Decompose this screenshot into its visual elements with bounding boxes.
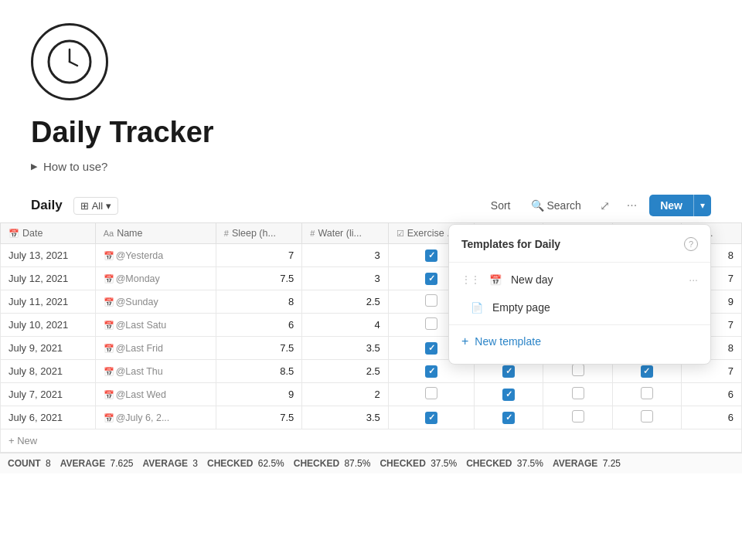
template-more-icon[interactable]: ··· (689, 273, 698, 286)
search-label: Search (547, 199, 581, 212)
checked3-value: 37.5% (431, 458, 457, 469)
checkbox-empty[interactable] (572, 364, 584, 376)
dropdown-title: Templates for Daily (461, 238, 560, 250)
divider-2 (449, 324, 710, 325)
cell-sleep: 6 (216, 314, 302, 337)
checked3-stat: CHECKED 37.5% (380, 458, 466, 469)
checkbox-empty[interactable] (641, 410, 653, 423)
avg1-stat: AVERAGE 7.625 (60, 458, 143, 469)
cell-sleep: 9 (216, 383, 302, 406)
checkbox-checked[interactable] (502, 365, 515, 378)
cell-sleep: 7.5 (216, 267, 302, 290)
footer-stats: COUNT 8 AVERAGE 7.625 AVERAGE 3 CHECKED … (0, 453, 742, 473)
cell-date: July 10, 2021 (1, 314, 96, 337)
checkbox-checked[interactable] (502, 412, 515, 424)
col-header-water[interactable]: #Water (li... (302, 223, 389, 244)
col-header-date[interactable]: 📅Date (1, 223, 96, 244)
cell-date: July 13, 2021 (1, 244, 96, 267)
count-value: 8 (46, 458, 51, 469)
cell-water: 2.5 (302, 290, 389, 314)
cell-water: 3.5 (302, 406, 389, 429)
table-row[interactable]: July 7, 2021 📅@Last Wed 9 2 6 (1, 383, 742, 406)
cell-name: 📅@Last Satu (95, 314, 216, 337)
col-header-sleep[interactable]: #Sleep (h... (216, 223, 302, 244)
avg2-label: AVERAGE (143, 458, 188, 469)
how-to-label: How to use? (43, 160, 107, 173)
search-button[interactable]: 🔍 Search (525, 196, 587, 215)
page-title: Daily Tracker (31, 116, 711, 149)
grid-icon: ⊞ (80, 200, 89, 212)
checkbox-checked[interactable] (425, 412, 437, 424)
svg-line-2 (70, 62, 77, 66)
template-empty-page-label: Empty page (492, 301, 550, 314)
new-template-button[interactable]: + New template (449, 328, 710, 355)
new-button-group: New ▾ (649, 195, 711, 216)
section-title: Daily (31, 198, 63, 213)
checkbox-empty[interactable] (572, 387, 584, 399)
cell-name: 📅@Last Thu (95, 360, 216, 383)
add-new-row[interactable]: + New (0, 429, 742, 453)
checked2-stat: CHECKED 87.5% (294, 458, 380, 469)
checkbox-empty[interactable] (425, 317, 437, 330)
view-label: All (92, 200, 103, 212)
add-new-label: + New (9, 435, 37, 446)
avg3-value: 7.25 (603, 458, 621, 469)
templates-dropdown: Templates for Daily ? ⋮⋮ 📅 New day ··· 📄… (448, 224, 711, 365)
cell-date: July 9, 2021 (1, 337, 96, 360)
checkbox-empty[interactable] (572, 410, 584, 423)
cell-water: 3 (302, 244, 389, 267)
count-stat: COUNT 8 (8, 458, 60, 469)
checked4-stat: CHECKED 37.5% (466, 458, 553, 469)
avg3-label: AVERAGE (553, 458, 597, 469)
cell-date: July 8, 2021 (1, 360, 96, 383)
checkbox-checked[interactable] (425, 342, 437, 355)
cell-date: July 12, 2021 (1, 267, 96, 290)
template-item-empty-page[interactable]: 📄 Empty page (449, 294, 710, 321)
sort-button[interactable]: Sort (485, 196, 517, 215)
new-template-label: New template (475, 335, 541, 348)
cell-water: 2 (302, 383, 389, 406)
checked1-stat: CHECKED 62.5% (207, 458, 294, 469)
cell-water: 3 (302, 267, 389, 290)
cell-water: 3.5 (302, 337, 389, 360)
checkbox-checked[interactable] (502, 389, 515, 401)
help-icon[interactable]: ? (684, 237, 698, 251)
col-header-name[interactable]: AaName (95, 223, 216, 244)
new-caret-button[interactable]: ▾ (693, 195, 711, 216)
checkbox-checked[interactable] (425, 365, 437, 378)
cell-name: 📅@Yesterda (95, 244, 216, 267)
cell-sleep: 7.5 (216, 406, 302, 429)
avg1-value: 7.625 (111, 458, 134, 469)
dropdown-header: Templates for Daily ? (449, 234, 710, 259)
more-button[interactable]: ··· (622, 195, 642, 216)
cell-sleep: 7 (216, 244, 302, 267)
checkbox-checked[interactable] (425, 273, 437, 285)
expand-button[interactable]: ⤢ (595, 195, 614, 216)
calendar-icon: 📅 (488, 272, 503, 287)
avg2-stat: AVERAGE 3 (143, 458, 207, 469)
count-label: COUNT (8, 458, 41, 469)
cell-last: 6 (681, 383, 741, 406)
checked1-value: 62.5% (258, 458, 284, 469)
checkbox-empty[interactable] (425, 387, 437, 399)
cell-sleep: 8 (216, 290, 302, 314)
checkbox-checked[interactable] (425, 249, 437, 262)
cell-water: 4 (302, 314, 389, 337)
how-to-toggle[interactable]: ▶ How to use? (31, 160, 711, 173)
cell-sleep: 8.5 (216, 360, 302, 383)
new-button[interactable]: New (649, 195, 693, 216)
checked4-label: CHECKED (466, 458, 512, 469)
cell-last: 6 (681, 406, 741, 429)
checkbox-checked[interactable] (641, 365, 653, 378)
view-toggle[interactable]: ⊞ All ▾ (73, 197, 118, 215)
cell-date: July 7, 2021 (1, 383, 96, 406)
checkbox-empty[interactable] (425, 294, 437, 307)
cell-name: 📅@July 6, 2... (95, 406, 216, 429)
cell-sleep: 7.5 (216, 337, 302, 360)
avg1-label: AVERAGE (60, 458, 105, 469)
cell-name: 📅@Sunday (95, 290, 216, 314)
chevron-down-icon: ▾ (106, 200, 111, 212)
checkbox-empty[interactable] (641, 387, 653, 399)
table-row[interactable]: July 6, 2021 📅@July 6, 2... 7.5 3.5 6 (1, 406, 742, 429)
template-item-new-day[interactable]: ⋮⋮ 📅 New day ··· (449, 266, 710, 294)
